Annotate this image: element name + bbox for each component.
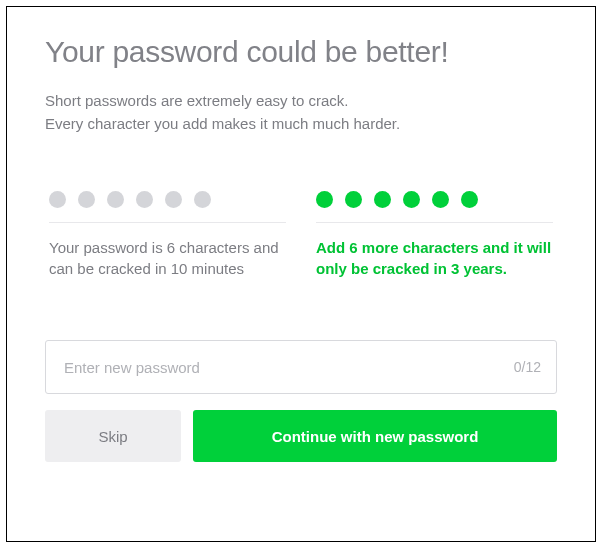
dialog: Your password could be better! Short pas… xyxy=(6,6,596,542)
dot-icon xyxy=(403,191,420,208)
continue-button[interactable]: Continue with new password xyxy=(193,410,557,462)
dot-icon xyxy=(316,191,333,208)
dot-icon xyxy=(136,191,153,208)
skip-button[interactable]: Skip xyxy=(45,410,181,462)
page-title: Your password could be better! xyxy=(45,35,557,69)
character-counter: 0/12 xyxy=(514,359,541,375)
dot-icon xyxy=(78,191,95,208)
password-input-wrapper: 0/12 xyxy=(45,340,557,394)
description: Short passwords are extremely easy to cr… xyxy=(45,89,557,136)
dot-icon xyxy=(165,191,182,208)
dot-icon xyxy=(432,191,449,208)
strength-strong-column: Add 6 more characters and it will only b… xyxy=(312,184,557,281)
strong-dots xyxy=(312,184,557,216)
dot-icon xyxy=(107,191,124,208)
dot-icon xyxy=(374,191,391,208)
dot-icon xyxy=(49,191,66,208)
description-line-1: Short passwords are extremely easy to cr… xyxy=(45,92,348,109)
strong-strength-text: Add 6 more characters and it will only b… xyxy=(312,237,557,281)
description-line-2: Every character you add makes it much mu… xyxy=(45,115,400,132)
weak-dots xyxy=(45,184,290,216)
dot-icon xyxy=(461,191,478,208)
new-password-input[interactable] xyxy=(45,340,557,394)
button-row: Skip Continue with new password xyxy=(45,410,557,462)
divider xyxy=(316,222,553,223)
weak-strength-text: Your password is 6 characters and can be… xyxy=(45,237,290,281)
dot-icon xyxy=(194,191,211,208)
strength-weak-column: Your password is 6 characters and can be… xyxy=(45,184,290,281)
divider xyxy=(49,222,286,223)
strength-comparison: Your password is 6 characters and can be… xyxy=(45,184,557,281)
dot-icon xyxy=(345,191,362,208)
